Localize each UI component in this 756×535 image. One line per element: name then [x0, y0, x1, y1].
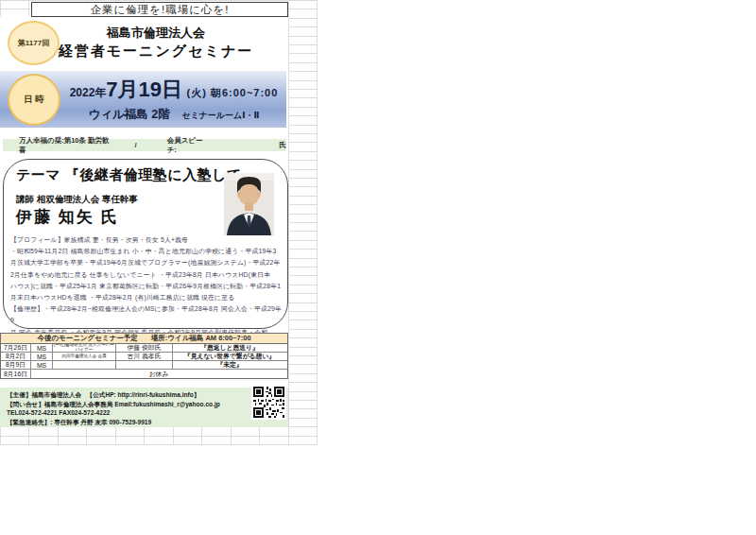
feature-panel: テーマ 『後継者倫理塾に入塾して』 講師 相双倫理法人会 専任幹事 伊藤 知矢 …: [3, 159, 288, 329]
schedule-header: 今後のモーニングセミナー予定 場所:ウイル福島 AM 6:00~7:00: [1, 334, 287, 344]
date-year: 2022年: [70, 86, 107, 99]
cell-theme: 『恩返しと恩送り』: [173, 344, 286, 352]
table-row: 8月16日 お休み: [1, 370, 287, 378]
lecturer-name: 伊藤 知矢 氏: [16, 206, 118, 228]
datetime-badge: 日 時: [8, 74, 60, 126]
info-bar-separator: /: [135, 141, 137, 149]
cell-type: MS: [31, 344, 53, 352]
info-bar-member-speech: 会員スピーチ:: [167, 136, 212, 155]
schedule-location: 場所:ウイル福島 AM 6:00~7:00: [151, 334, 251, 343]
organization-name: 福島市倫理法人会: [43, 25, 269, 42]
speaker-photo: [224, 173, 274, 235]
speaker-portrait-graphic: [224, 173, 274, 235]
cell-affiliation: [53, 361, 116, 369]
datetime-badge-text: 日 時: [24, 94, 44, 106]
venue-name: ウィル福島 2階: [88, 108, 169, 121]
qr-code: [251, 385, 286, 420]
cell-speaker: 古川 義孝氏: [116, 353, 173, 360]
date-main: 7月19日: [106, 78, 182, 101]
cell-speaker: 伊藤 俊郎氏: [116, 344, 173, 352]
venue-line: ウィル福島 2階 セミナールームⅠ・Ⅱ: [62, 105, 285, 123]
info-bar-honorific: 氏: [280, 141, 287, 150]
cell-affiliation: (一社)倫理研究所 法人スーパーバイザー: [53, 344, 116, 352]
date-line: 2022年7月19日 (火) 朝6:00~7:00: [62, 76, 285, 104]
qr-code-graphic: [253, 387, 284, 418]
cell-speaker: [116, 361, 173, 369]
cell-date: 7月26日: [1, 344, 31, 352]
upcoming-schedule-table: 今後のモーニングセミナー予定 場所:ウイル福島 AM 6:00~7:00 7月2…: [0, 333, 288, 379]
date-weekday-time: (火) 朝6:00~7:00: [187, 87, 279, 98]
info-bar-chapter: 万人幸福の栞:第10条 勤労歓喜: [19, 136, 114, 155]
table-row: 8月9日 MS 『未定』: [1, 361, 287, 370]
cell-theme: 『未定』: [173, 361, 286, 369]
footer-emergency: 【緊急連絡先】: 専任幹事 丹野 友幸 090-7529-9919: [7, 418, 288, 427]
slogan-banner: 企業に倫理を!職場に心を!: [31, 2, 288, 17]
cell-theme: 『見えない世界で繋がる想い』: [173, 353, 286, 360]
cell-holiday: お休み: [31, 370, 286, 379]
table-row: 7月26日 MS (一社)倫理研究所 法人スーパーバイザー 伊藤 俊郎氏 『恩返…: [1, 344, 287, 353]
lecturer-affiliation: 講師 相双倫理法人会 専任幹事: [16, 194, 138, 206]
table-row: 8月2日 MS 白河市倫理法人会 会員 古川 義孝氏 『見えない世界で繋がる想い…: [1, 353, 287, 361]
cell-date: 8月16日: [1, 370, 31, 379]
info-bar: 万人幸福の栞:第10条 勤労歓喜 / 会員スピーチ: 氏: [3, 139, 286, 151]
cell-date: 8月9日: [1, 361, 31, 369]
schedule-title: 今後のモーニングセミナー予定: [37, 334, 137, 343]
seminar-theme: テーマ 『後継者倫理塾に入塾して』: [16, 166, 256, 184]
cell-type: MS: [31, 353, 53, 360]
flyer-page: 企業に倫理を!職場に心を! 第1177回 福島市倫理法人会 経営者モーニングセミ…: [0, 0, 756, 535]
slogan-text: 企業に倫理を!職場に心を!: [91, 4, 230, 15]
cell-type: MS: [31, 361, 53, 369]
cell-affiliation: 白河市倫理法人会 会員: [53, 353, 116, 360]
event-title: 経営者モーニングセミナー: [43, 43, 269, 60]
footer-inquiry: 【問い合せ】福島市倫理法人会事務局 Email:fukushimashi_r@y…: [7, 400, 288, 409]
footer-organizer: 【主催】福島市倫理法人会 【公式HP: http://rinri-fukushi…: [7, 390, 288, 400]
footer-tel-fax: TEL024-572-4221 FAX024-572-4222: [7, 408, 288, 418]
contact-footer: 【主催】福島市倫理法人会 【公式HP: http://rinri-fukushi…: [0, 388, 288, 427]
venue-room: セミナールームⅠ・Ⅱ: [181, 111, 259, 120]
cell-date: 8月2日: [1, 353, 31, 360]
